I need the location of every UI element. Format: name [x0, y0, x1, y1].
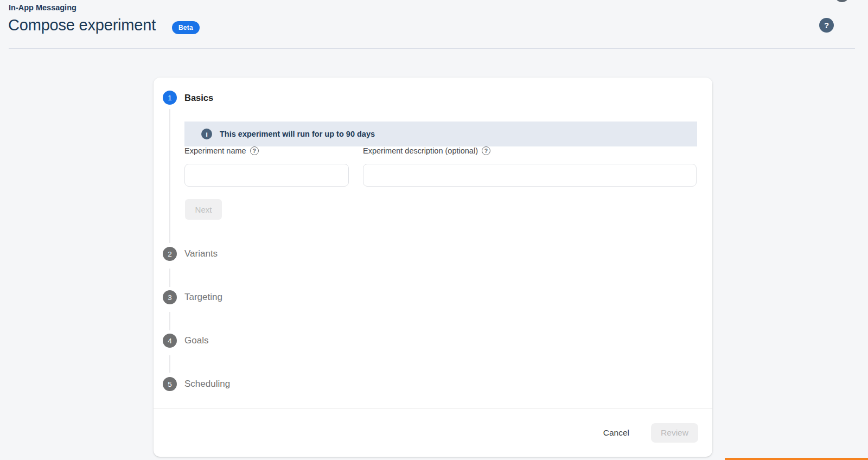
breadcrumb-in-app-messaging[interactable]: In-App Messaging	[9, 3, 76, 12]
info-icon: i	[201, 129, 212, 139]
experiment-description-input[interactable]	[363, 164, 697, 187]
step-connector	[169, 312, 170, 330]
step-label-scheduling[interactable]: Scheduling	[184, 379, 230, 389]
step-circle-scheduling[interactable]: 5	[163, 377, 177, 391]
step-connector	[169, 269, 170, 287]
step-label-basics[interactable]: Basics	[184, 93, 213, 103]
header-divider	[9, 48, 855, 49]
info-banner-text: This experiment will run for up to 90 da…	[220, 130, 375, 138]
info-banner: i This experiment will run for up to 90 …	[184, 122, 697, 146]
card-footer: Cancel Review	[154, 408, 712, 457]
step-circle-goals[interactable]: 4	[163, 334, 177, 348]
help-icon[interactable]: ?	[819, 18, 834, 33]
step-label-goals[interactable]: Goals	[184, 335, 208, 346]
step-connector	[169, 355, 170, 373]
experiment-name-input[interactable]	[184, 164, 349, 187]
cancel-button[interactable]: Cancel	[598, 424, 635, 442]
step-label-variants[interactable]: Variants	[184, 248, 218, 259]
experiment-name-help-icon[interactable]: ?	[250, 146, 259, 155]
experiment-description-label: Experiment description (optional) ?	[363, 146, 490, 155]
avatar[interactable]	[835, 0, 849, 2]
beta-badge: Beta	[172, 21, 200, 34]
experiment-description-help-icon[interactable]: ?	[482, 146, 490, 155]
experiment-description-label-text: Experiment description (optional)	[363, 146, 478, 155]
review-button[interactable]: Review	[651, 423, 698, 443]
compose-experiment-card: 1 Basics i This experiment will run for …	[154, 78, 712, 457]
experiment-name-label-text: Experiment name	[184, 146, 246, 155]
step-circle-targeting[interactable]: 3	[163, 290, 177, 304]
step-circle-basics[interactable]: 1	[163, 91, 177, 105]
next-button[interactable]: Next	[185, 199, 222, 220]
step-connector	[169, 109, 170, 243]
experiment-name-label: Experiment name ?	[184, 146, 259, 155]
step-label-targeting[interactable]: Targeting	[184, 292, 222, 303]
step-circle-variants[interactable]: 2	[163, 247, 177, 261]
orange-accent-bar	[725, 458, 868, 460]
page-title: Compose experiment	[8, 16, 156, 34]
